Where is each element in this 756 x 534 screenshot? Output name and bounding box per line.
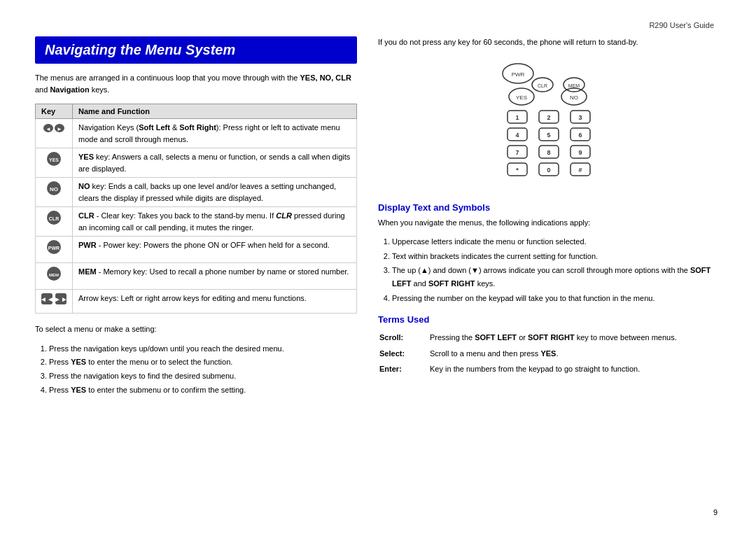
- to-select-label: To select a menu or make a setting:: [35, 323, 357, 335]
- table-row: Select: Scroll to a menu and then press …: [379, 346, 720, 361]
- svg-text:PWR: PWR: [48, 246, 59, 251]
- list-item: Press YES to enter the menu or to select…: [49, 356, 357, 369]
- page-number: 9: [713, 508, 718, 517]
- col-key: Key: [36, 104, 73, 119]
- table-row: ◄◄ ►► Arrow keys: Left or right arrow ke…: [36, 290, 357, 314]
- select-label: Select:: [379, 346, 421, 361]
- page: R290 User's Guide Navigating the Menu Sy…: [0, 0, 756, 534]
- svg-text:6: 6: [578, 132, 582, 139]
- yes-icon-cell: YES: [36, 148, 73, 178]
- table-row: NO NO key: Ends a call, backs up one lev…: [36, 178, 357, 207]
- table-row: PWR PWR - Power key: Powers the phone ON…: [36, 237, 357, 263]
- svg-text:NO: NO: [570, 94, 578, 101]
- svg-text:►►: ►►: [54, 295, 66, 303]
- terms-title: Terms Used: [378, 314, 721, 325]
- content-area: Navigating the Menu System The menus are…: [35, 36, 721, 513]
- table-row: MEM MEM - Memory key: Used to recall a p…: [36, 263, 357, 290]
- display-list: Uppercase letters indicate the menu or f…: [378, 235, 721, 304]
- svg-text:8: 8: [547, 149, 550, 156]
- clr-icon: CLR: [46, 210, 62, 230]
- enter-def: Key in the numbers from the keypad to go…: [423, 362, 720, 377]
- nav-icon: ◄ ►: [43, 122, 65, 139]
- phone-keypad: PWR CLR MEM YES NO 1: [378, 58, 721, 191]
- clr-key-desc: CLR - Clear key: Takes you back to the s…: [73, 207, 357, 237]
- pwr-key-desc: PWR - Power key: Powers the phone ON or …: [73, 237, 357, 263]
- list-item: Press the navigation keys to find the de…: [49, 370, 357, 383]
- enter-label: Enter:: [379, 362, 421, 377]
- arrow-icon: ◄◄ ►►: [41, 293, 66, 310]
- svg-text:CLR: CLR: [49, 216, 59, 221]
- mem-icon-cell: MEM: [36, 263, 73, 290]
- page-header: R290 User's Guide: [35, 21, 721, 29]
- svg-text:4: 4: [515, 132, 519, 139]
- svg-text:MEM: MEM: [568, 83, 580, 88]
- section-title: Navigating the Menu System: [35, 36, 357, 64]
- display-section: Display Text and Symbols When you naviga…: [378, 202, 721, 305]
- no-icon: NO: [46, 181, 62, 201]
- steps-list: Press the navigation keys up/down until …: [35, 342, 357, 397]
- right-column: If you do not press any key for 60 secon…: [378, 36, 721, 513]
- list-item: Text within brackets indicates the curre…: [392, 250, 721, 263]
- terms-table: Scroll: Pressing the SOFT LEFT or SOFT R…: [378, 329, 721, 378]
- key-icon-cell: ◄ ►: [36, 119, 73, 148]
- arrow-key-desc: Arrow keys: Left or right arrow keys for…: [73, 290, 357, 314]
- svg-text:2: 2: [547, 114, 550, 121]
- svg-text:9: 9: [578, 149, 582, 156]
- yes-key-desc: YES key: Answers a call, selects a menu …: [73, 148, 357, 178]
- key-table: Key Name and Function: [35, 104, 357, 314]
- nav-key-desc: Navigation Keys (Soft Left & Soft Right)…: [73, 119, 357, 148]
- mem-icon: MEM: [46, 266, 62, 286]
- keypad-svg: PWR CLR MEM YES NO 1: [493, 58, 606, 191]
- svg-text:#: #: [578, 167, 582, 174]
- guide-title: R290 User's Guide: [649, 21, 714, 29]
- list-item: Pressing the number on the keypad will t…: [392, 292, 721, 305]
- table-row: Enter: Key in the numbers from the keypa…: [379, 362, 720, 377]
- no-icon-cell: NO: [36, 178, 73, 207]
- clr-icon-cell: CLR: [36, 207, 73, 237]
- arrow-icon-cell: ◄◄ ►►: [36, 290, 73, 314]
- svg-text:◄◄: ◄◄: [41, 295, 54, 303]
- list-item: Uppercase letters indicate the menu or f…: [392, 235, 721, 248]
- svg-text:0: 0: [547, 167, 550, 174]
- svg-text:7: 7: [515, 149, 519, 156]
- list-item: Press YES to enter the submenu or to con…: [49, 384, 357, 397]
- table-row: YES YES key: Answers a call, selects a m…: [36, 148, 357, 178]
- terms-section: Terms Used Scroll: Pressing the SOFT LEF…: [378, 314, 721, 378]
- scroll-label: Scroll:: [379, 330, 421, 345]
- svg-text:3: 3: [578, 114, 582, 121]
- svg-text:NO: NO: [50, 186, 58, 192]
- svg-text:►: ►: [57, 126, 62, 132]
- list-item: The up (▲) and down (▼) arrows indicate …: [392, 264, 721, 290]
- table-row: CLR CLR - Clear key: Takes you back to t…: [36, 207, 357, 237]
- left-column: Navigating the Menu System The menus are…: [35, 36, 357, 513]
- svg-text:CLR: CLR: [538, 83, 547, 88]
- table-row: Scroll: Pressing the SOFT LEFT or SOFT R…: [379, 330, 720, 345]
- mem-key-desc: MEM - Memory key: Used to recall a phone…: [73, 263, 357, 290]
- pwr-icon-cell: PWR: [36, 237, 73, 263]
- intro-text: The menus are arranged in a continuous l…: [35, 72, 357, 95]
- svg-text:5: 5: [547, 132, 550, 139]
- svg-text:*: *: [516, 167, 519, 174]
- pwr-icon: PWR: [46, 239, 62, 260]
- yes-icon: YES: [46, 151, 62, 171]
- svg-text:MEM: MEM: [49, 273, 59, 277]
- display-section-intro: When you navigate the menus, the followi…: [378, 217, 721, 229]
- svg-text:1: 1: [515, 114, 519, 121]
- display-section-title: Display Text and Symbols: [378, 202, 721, 213]
- table-row: ◄ ► Navigation Keys (Soft Left & Soft Ri…: [36, 119, 357, 148]
- svg-text:◄: ◄: [46, 126, 51, 132]
- svg-text:YES: YES: [49, 157, 59, 162]
- no-key-desc: NO key: Ends a call, backs up one level …: [73, 178, 357, 207]
- svg-text:PWR: PWR: [512, 71, 525, 78]
- svg-text:YES: YES: [516, 94, 527, 101]
- select-def: Scroll to a menu and then press YES.: [423, 346, 720, 361]
- standby-text: If you do not press any key for 60 secon…: [378, 36, 721, 48]
- list-item: Press the navigation keys up/down until …: [49, 342, 357, 356]
- col-function: Name and Function: [73, 104, 357, 119]
- scroll-def: Pressing the SOFT LEFT or SOFT RIGHT key…: [423, 330, 720, 345]
